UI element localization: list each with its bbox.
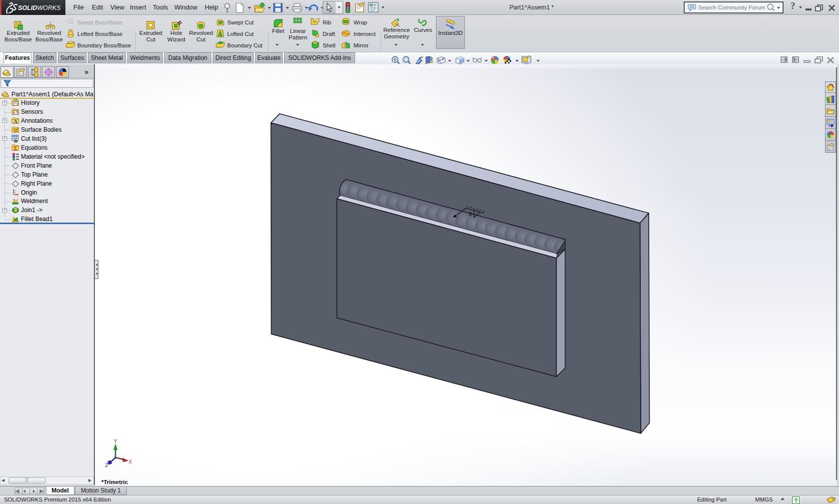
svg-text:A: A: [13, 119, 17, 124]
svg-text:?: ?: [794, 498, 798, 504]
svg-text:Σ: Σ: [14, 146, 17, 151]
